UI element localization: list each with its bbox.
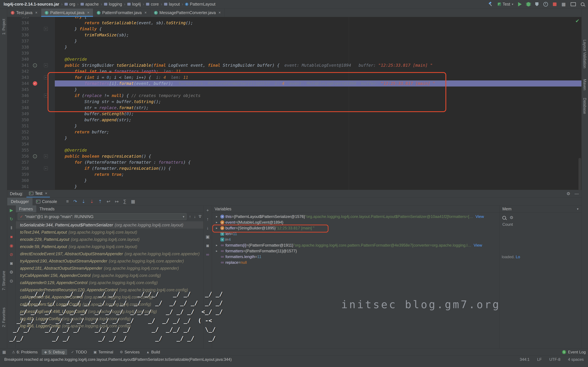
breadcrumb-item[interactable]: CPatternLayout	[185, 2, 216, 7]
tab-threads[interactable]: Threads	[36, 205, 58, 212]
step-out-icon[interactable]: ⇡	[98, 199, 102, 204]
breadcrumb-item[interactable]: layout	[164, 2, 180, 7]
variable-row[interactable]: ▸≡this = {PatternLayout$PatternSerialize…	[212, 214, 499, 219]
presentation-mode-icon[interactable]	[571, 2, 576, 6]
view-link[interactable]: View	[476, 214, 484, 219]
code-text[interactable]	[55, 141, 581, 147]
step-into-icon[interactable]: ⇣	[82, 199, 86, 204]
sidebar-item-favorites[interactable]: 2: Favorites	[2, 308, 6, 327]
navigate-down-icon[interactable]: ↓	[207, 225, 209, 231]
line-number[interactable]: 357	[7, 159, 29, 165]
close-tab-icon[interactable]: ×	[144, 10, 147, 15]
fold-icon[interactable]: −	[44, 63, 48, 67]
code-text[interactable]: }	[55, 177, 581, 184]
editor-tab[interactable]: CPatternLayout.java×	[41, 8, 93, 17]
stack-frame-row[interactable]: tryCallAppender:156, AppenderControl(org…	[16, 272, 203, 279]
breadcrumb-item[interactable]: core	[146, 2, 159, 7]
line-number[interactable]: 349	[7, 111, 29, 117]
thread-selector[interactable]: ✓ "main"@1 in group "main": RUNNING ▾	[18, 213, 187, 220]
close-tab-icon[interactable]: ×	[218, 10, 221, 15]
variable-row[interactable]: ▸∞formatters[i] = {PatternFormatter@1911…	[212, 242, 499, 248]
line-number[interactable]: 341	[7, 62, 29, 68]
code-text[interactable]: for (int i = 0; i < len; i++) { i: 4 len…	[55, 74, 581, 80]
variable-row[interactable]: ∞replace = null	[212, 259, 499, 265]
view-link[interactable]: View	[474, 243, 482, 248]
sidebar-item-layout-validation[interactable]: Layout Validation	[582, 40, 587, 68]
code-text[interactable]: public boolean requiresLocation() {	[55, 153, 581, 159]
line-number[interactable]: 337	[7, 38, 29, 44]
resume-icon[interactable]: ▶	[10, 208, 13, 213]
layout-settings-icon[interactable]: ▦	[131, 199, 135, 204]
code-text[interactable]: trimToMaxSize(sb);	[55, 32, 581, 38]
editor-tab[interactable]: CTest.java×	[7, 8, 41, 17]
expand-chevron-icon[interactable]: ▸	[214, 215, 219, 218]
close-tab-icon[interactable]: ×	[35, 10, 37, 15]
caret-position[interactable]: 344:1	[520, 357, 530, 362]
line-number[interactable]: 352	[7, 129, 29, 135]
line-number[interactable]: 335	[7, 26, 29, 32]
tab-frames[interactable]: Frames	[16, 205, 36, 212]
code-text[interactable]	[55, 50, 581, 56]
line-number[interactable]: 353	[7, 135, 29, 141]
stack-frame-row[interactable]: callAppender0:129, AppenderControl(org.a…	[16, 279, 203, 286]
stack-frame-row[interactable]: log:456, LoggerConfig(org.apache.logging…	[16, 322, 203, 329]
fold-icon[interactable]: −	[44, 75, 48, 79]
profiler-icon[interactable]	[543, 2, 548, 7]
toolwindow-button[interactable]: ▣Terminal	[91, 349, 116, 355]
restore-layout-icon[interactable]: ≡	[66, 199, 69, 204]
coverage-icon[interactable]	[535, 2, 538, 6]
run-button[interactable]	[518, 2, 522, 6]
code-text[interactable]: }	[55, 44, 581, 50]
code-text[interactable]: buffer.setLength(0);	[55, 111, 581, 117]
override-method-icon[interactable]: ↑	[33, 63, 37, 67]
toolwindow-button[interactable]: ◆5: Debug	[42, 349, 67, 355]
next-frame-icon[interactable]: ↓	[194, 215, 196, 219]
line-number[interactable]: 354	[7, 141, 29, 147]
breadcrumb-item[interactable]: apache	[81, 2, 99, 7]
chevron-down-icon[interactable]: ▾	[577, 207, 579, 211]
gear-icon[interactable]: ⚙	[567, 191, 570, 196]
run-config-select[interactable]: Test ▾	[498, 2, 513, 7]
force-step-into-icon[interactable]: ⇣	[90, 199, 94, 204]
stack-frame-row[interactable]: directEncodeEvent:197, AbstractOutputStr…	[16, 250, 203, 257]
fold-icon[interactable]: −	[44, 94, 48, 98]
add-watch-icon[interactable]: +	[206, 208, 209, 213]
line-number[interactable]: 336	[7, 32, 29, 38]
code-text[interactable]: if (formatter.requiresLocation()) {	[55, 165, 581, 171]
sidebar-item-structure[interactable]: 7: Structure	[2, 271, 6, 290]
code-text[interactable]: } finally {	[55, 26, 581, 32]
breadcrumb-item[interactable]: logging	[104, 2, 122, 7]
editor-scrollbar[interactable]	[579, 158, 581, 190]
code-text[interactable]: }	[55, 86, 581, 92]
breadcrumb-item[interactable]: log4j	[127, 2, 141, 7]
code-text[interactable]: }	[55, 135, 581, 141]
code-text[interactable]: final int len = formatters.length; len: …	[55, 68, 581, 74]
sidebar-item-database[interactable]: Database	[582, 98, 587, 114]
line-separator[interactable]: LF	[537, 357, 542, 362]
toolwindow-button[interactable]: ▲Build	[144, 349, 163, 355]
event-log-button[interactable]: 1 Event Log	[562, 350, 586, 354]
build-project-icon[interactable]	[488, 2, 493, 7]
editor-tab[interactable]: CMessagePatternConverter.java×	[150, 8, 225, 17]
line-number[interactable]: 355	[7, 147, 29, 153]
code-text[interactable]: String str = buffer.toString();	[55, 99, 581, 105]
code-text[interactable]: if (replace != null) { // creates tempor…	[55, 92, 581, 99]
code-text[interactable]: return buffer;	[55, 129, 581, 135]
variable-row[interactable]: vlen = 11	[212, 231, 499, 237]
line-number[interactable]: 333	[7, 17, 29, 20]
debug-session-tab[interactable]: Test ×	[26, 190, 50, 197]
stack-frame-row[interactable]: log:481, LoggerConfig(org.apache.logging…	[16, 315, 203, 322]
code-text[interactable]: str = replace.format(str);	[55, 105, 581, 111]
load-classes-link[interactable]: Lo	[516, 255, 520, 259]
code-text[interactable]: for (PatternFormatter formatter : format…	[55, 159, 581, 165]
line-number[interactable]: 344	[7, 80, 29, 86]
sidebar-item-project[interactable]: 1: Project	[2, 19, 6, 35]
stop-button[interactable]	[553, 2, 556, 6]
expand-chevron-icon[interactable]: ▸	[214, 243, 219, 247]
code-text[interactable]: public StringBuilder toSerializable(fina…	[55, 62, 581, 68]
line-number[interactable]: 348	[7, 105, 29, 111]
snapshot-icon[interactable]: ◙	[206, 243, 209, 248]
code-text[interactable]: try {	[55, 17, 581, 20]
navigate-up-icon[interactable]: ↑	[207, 217, 209, 222]
stack-frame-row[interactable]: toText:244, PatternLayout(org.apache.log…	[16, 229, 203, 236]
